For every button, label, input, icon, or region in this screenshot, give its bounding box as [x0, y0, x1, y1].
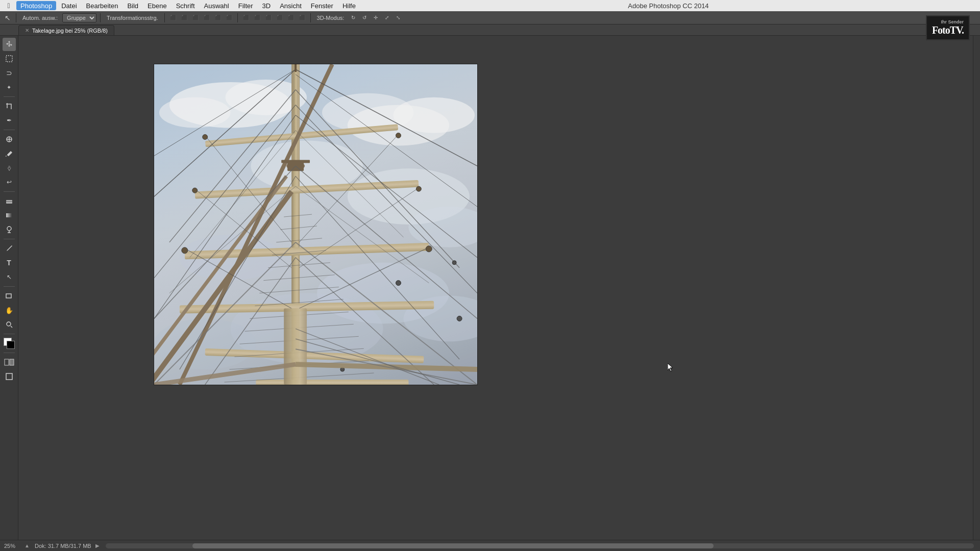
brush-tool[interactable] [3, 147, 16, 160]
distribute-bottom-icon[interactable]: ⬛ [298, 13, 307, 22]
menu-photoshop[interactable]: Photoshop [16, 1, 56, 10]
apple-menu[interactable]:  [4, 1, 13, 10]
type-tool[interactable]: T [3, 256, 16, 269]
zoom-tool[interactable] [3, 318, 16, 331]
3d-roll-icon[interactable]: ↺ [360, 13, 369, 22]
history-brush-tool[interactable]: ↩ [3, 176, 16, 189]
eyedropper-tool[interactable]: ✒ [3, 114, 16, 127]
align-right-icon[interactable]: ⬛ [191, 13, 200, 22]
menu-hilfe[interactable]: Hilfe [338, 1, 360, 10]
svg-point-83 [426, 246, 432, 252]
tab-takelage[interactable]: ✕ Takelage.jpg bei 25% (RGB/8) [18, 25, 114, 35]
svg-point-86 [457, 316, 462, 321]
ship-rigging-svg [154, 64, 477, 385]
svg-rect-90 [284, 308, 307, 385]
magic-wand-tool[interactable]: ✦ [3, 81, 16, 94]
svg-rect-9 [6, 373, 12, 380]
eraser-tool[interactable] [3, 194, 16, 208]
shape-tool[interactable] [3, 289, 16, 303]
path-selection-tool[interactable]: ↖ [3, 270, 16, 284]
tool-separator-5 [4, 286, 15, 287]
svg-point-84 [182, 247, 188, 254]
lasso-tool[interactable]: ⊃ [3, 66, 16, 80]
svg-point-80 [203, 135, 208, 140]
status-icon[interactable]: ▲ [23, 542, 31, 549]
menubar:  Photoshop Datei Bearbeiten Bild Ebene … [0, 0, 980, 11]
menu-bearbeiten[interactable]: Bearbeiten [82, 1, 122, 10]
distribute-left-icon[interactable]: ⬛ [241, 13, 251, 22]
right-panel [973, 36, 980, 540]
menu-ansicht[interactable]: Ansicht [276, 1, 306, 10]
fototv-logo: Ihr Sender FotoTV. [926, 15, 970, 40]
align-left-icon[interactable]: ⬛ [168, 13, 178, 22]
toolbar-separator-3 [164, 13, 165, 22]
distribute-center-h-icon[interactable]: ⬛ [253, 13, 262, 22]
svg-point-4 [7, 227, 11, 231]
align-center-h-icon[interactable]: ⬛ [180, 13, 189, 22]
marquee-tool[interactable] [3, 52, 16, 65]
horizontal-scrollbar[interactable] [106, 543, 974, 548]
menu-fenster[interactable]: Fenster [307, 1, 337, 10]
menu-filter[interactable]: Filter [234, 1, 257, 10]
move-tool[interactable] [3, 38, 16, 51]
distribute-top-icon[interactable]: ⬛ [275, 13, 284, 22]
svg-point-6 [7, 322, 11, 326]
move-tool-options-icon[interactable]: ↖ [3, 13, 12, 22]
distribute-center-v-icon[interactable]: ⬛ [286, 13, 296, 22]
menu-datei[interactable]: Datei [57, 1, 81, 10]
gruppe-select[interactable]: Gruppe Ebene [62, 13, 96, 22]
svg-point-82 [192, 188, 198, 193]
crop-tool[interactable] [3, 99, 16, 113]
transformation-label: Transformationsstrg. [104, 13, 160, 23]
hand-tool[interactable]: ✋ [3, 304, 16, 317]
burn-tool[interactable] [3, 223, 16, 236]
tool-separator-1 [4, 96, 15, 97]
tool-separator-2 [4, 130, 15, 130]
3d-rotate-icon[interactable]: ↻ [349, 13, 358, 22]
toolbox: ⊃ ✦ ✒ ⎀ ↩ T ↖ ✋ [0, 36, 18, 540]
svg-point-12 [159, 97, 231, 128]
svg-rect-3 [6, 213, 12, 217]
clone-stamp-tool[interactable]: ⎀ [3, 161, 16, 174]
color-swatch[interactable] [3, 337, 16, 350]
toolbar-separator-2 [100, 13, 101, 22]
background-color[interactable] [7, 341, 15, 349]
app-title: Adobe Photoshop CC 2014 [361, 2, 976, 10]
3d-slide-icon[interactable]: ⤢ [382, 13, 391, 22]
svg-point-15 [322, 93, 413, 132]
distribute-right-icon[interactable]: ⬛ [264, 13, 273, 22]
healing-brush-tool[interactable] [3, 133, 16, 146]
svg-rect-8 [10, 359, 14, 365]
align-bottom-icon[interactable]: ⬛ [225, 13, 234, 22]
menu-auswahl[interactable]: Auswahl [200, 1, 233, 10]
canvas-area[interactable] [18, 36, 973, 540]
toolbar-separator-5 [310, 13, 311, 22]
3d-scale-icon[interactable]: ⤡ [394, 13, 403, 22]
status-arrow[interactable]: ▶ [95, 543, 100, 548]
menu-bild[interactable]: Bild [123, 1, 142, 10]
scrollbar-thumb[interactable] [192, 543, 714, 548]
pen-tool[interactable] [3, 242, 16, 255]
tool-separator-7 [4, 353, 15, 353]
3d-pan-icon[interactable]: ✛ [371, 13, 380, 22]
svg-rect-0 [6, 56, 12, 62]
toolbar: ↖ Autom. ausw.: Gruppe Ebene Transformat… [0, 11, 980, 24]
screen-mode-btn[interactable] [3, 370, 16, 383]
align-top-icon[interactable]: ⬛ [202, 13, 211, 22]
tool-separator-4 [4, 239, 15, 239]
gradient-tool[interactable] [3, 209, 16, 222]
autom-label: Autom. ausw.: [20, 13, 60, 23]
zoom-level[interactable]: 25% [4, 543, 19, 549]
ship-image [154, 64, 477, 385]
menu-3d[interactable]: 3D [258, 1, 275, 10]
tab-close-icon[interactable]: ✕ [25, 28, 29, 33]
tabbar: ✕ Takelage.jpg bei 25% (RGB/8) [0, 24, 980, 36]
menu-schrift[interactable]: Schrift [172, 1, 199, 10]
toolbar-separator-4 [237, 13, 238, 22]
quick-mask-btn[interactable] [3, 356, 16, 369]
svg-rect-5 [6, 294, 11, 298]
svg-rect-91 [281, 160, 310, 163]
align-center-v-icon[interactable]: ⬛ [213, 13, 223, 22]
menu-ebene[interactable]: Ebene [143, 1, 171, 10]
svg-rect-33 [256, 380, 408, 385]
